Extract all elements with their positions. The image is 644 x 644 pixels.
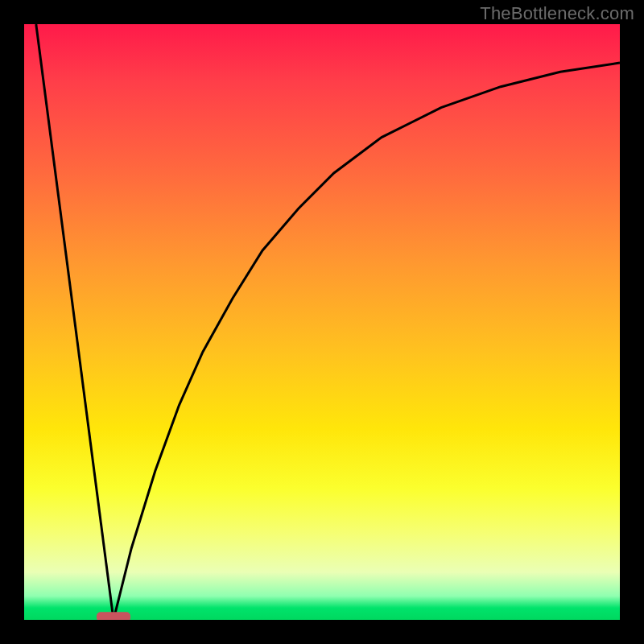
chart-frame: TheBottleneck.com	[0, 0, 644, 644]
left-branch-line	[36, 24, 114, 620]
watermark-text: TheBottleneck.com	[480, 3, 634, 24]
curve-layer	[24, 24, 620, 620]
optimum-marker	[97, 612, 130, 620]
right-branch-line	[114, 63, 620, 620]
plot-area	[24, 24, 620, 620]
